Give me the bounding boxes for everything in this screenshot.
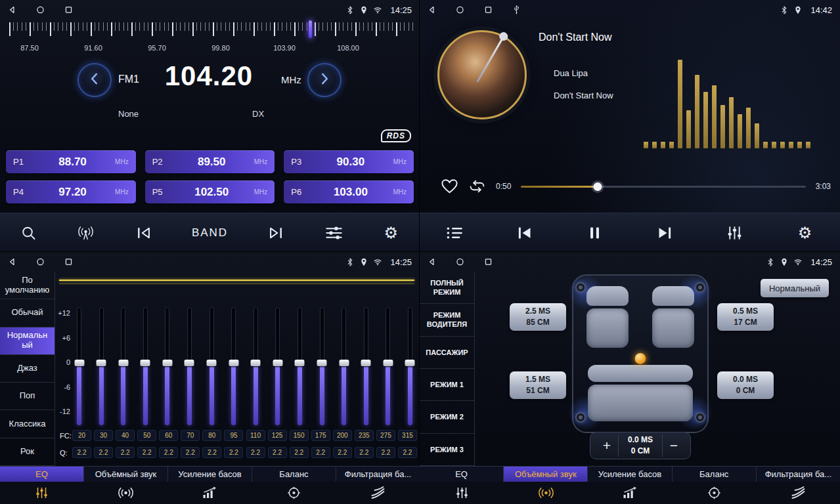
nav-home-icon[interactable]	[36, 5, 45, 14]
eq-preset-item[interactable]: Обычай	[0, 299, 55, 327]
eq-band-slider[interactable]	[140, 307, 151, 425]
band-button[interactable]: BAND	[192, 226, 228, 240]
crossover-icon[interactable]	[336, 486, 420, 499]
search-icon[interactable]	[20, 225, 37, 241]
eq-slider-handle[interactable]	[162, 360, 172, 366]
surround-mode-item[interactable]: РЕЖИМ 2	[420, 401, 474, 433]
bass-boost-icon[interactable]	[168, 486, 252, 499]
eq-slider-handle[interactable]	[185, 360, 194, 366]
audio-tab-crossover[interactable]: Фильтрация ба...	[336, 467, 420, 482]
audio-tab-bass-boost[interactable]: Усиление басов	[168, 467, 252, 482]
playlist-icon[interactable]	[446, 225, 464, 241]
nav-recents-icon[interactable]	[484, 257, 493, 266]
eq-slider-handle[interactable]	[383, 360, 393, 366]
crossover-icon[interactable]	[756, 486, 840, 499]
eq-band-slider[interactable]	[184, 307, 195, 425]
preset-button[interactable]: P289.50MHz	[145, 150, 275, 173]
nav-back-icon[interactable]	[428, 257, 436, 266]
settings-gear-icon[interactable]: ⚙	[382, 225, 400, 241]
eq-band-slider[interactable]	[382, 307, 393, 425]
eq-slider-handle[interactable]	[74, 360, 84, 366]
eq-preset-item[interactable]: Рок	[0, 438, 55, 466]
eq-band-slider[interactable]	[74, 307, 85, 425]
eq-band-slider[interactable]	[294, 307, 305, 425]
speaker-delay-fr[interactable]: 0.5 MS17 CM	[717, 303, 774, 331]
audio-tab-bass-boost[interactable]: Усиление басов	[588, 467, 672, 482]
eq-slider-handle[interactable]	[295, 360, 305, 366]
eq-slider-handle[interactable]	[339, 360, 349, 366]
audio-settings-icon[interactable]	[325, 225, 343, 241]
speaker-delay-rl[interactable]: 1.5 MS51 CM	[510, 371, 566, 399]
eq-band-slider[interactable]	[361, 307, 372, 425]
eq-preset-item[interactable]: Нормальный	[0, 327, 55, 355]
speaker-delay-fl[interactable]: 2.5 MS85 CM	[510, 303, 566, 331]
eq-band-slider[interactable]	[250, 307, 261, 425]
nav-back-icon[interactable]	[8, 257, 16, 266]
audio-tab-eq[interactable]: EQ	[0, 467, 84, 482]
audio-tab-balance[interactable]: Баланс	[252, 467, 336, 482]
eq-band-slider[interactable]	[206, 307, 217, 425]
eq-slider-handle[interactable]	[141, 360, 150, 366]
audio-tab-surround[interactable]: Объёмный звук	[84, 467, 168, 482]
eq-slider-handle[interactable]	[273, 360, 282, 366]
eq-band-slider[interactable]	[317, 307, 328, 425]
audio-tab-surround[interactable]: Объёмный звук	[504, 467, 588, 482]
eq-band-slider[interactable]	[162, 307, 173, 425]
balance-icon[interactable]	[252, 486, 336, 499]
previous-station-button[interactable]	[135, 225, 152, 241]
seek-knob[interactable]	[594, 182, 602, 191]
eq-slider-handle[interactable]	[207, 360, 217, 366]
eq-slider-handle[interactable]	[361, 360, 371, 366]
tune-down-button[interactable]	[77, 63, 112, 97]
nav-recents-icon[interactable]	[484, 5, 493, 14]
eq-sliders-icon[interactable]	[0, 486, 84, 499]
preset-button[interactable]: P6103.00MHz	[284, 180, 414, 203]
eq-slider-handle[interactable]	[405, 360, 415, 366]
preset-button[interactable]: P5102.50MHz	[145, 180, 275, 203]
audio-tab-eq[interactable]: EQ	[420, 467, 504, 482]
surround-preset-button[interactable]: Нормальный	[761, 279, 829, 297]
eq-band-slider[interactable]	[228, 307, 239, 425]
mixer-icon[interactable]	[726, 225, 743, 241]
radio-broadcast-icon[interactable]	[77, 225, 95, 241]
preset-button[interactable]: P188.70MHz	[6, 150, 136, 173]
nav-home-icon[interactable]	[36, 257, 45, 266]
eq-preset-item[interactable]: По умолчанию	[0, 272, 55, 299]
eq-band-slider[interactable]	[272, 307, 283, 425]
surround-sound-icon[interactable]	[504, 486, 588, 499]
nav-back-icon[interactable]	[428, 5, 436, 14]
eq-slider-handle[interactable]	[317, 360, 327, 366]
eq-sliders-icon[interactable]	[420, 486, 504, 499]
settings-gear-icon[interactable]: ⚙	[796, 225, 814, 241]
eq-preset-item[interactable]: Поп	[0, 383, 55, 410]
delay-increase-button[interactable]: +	[596, 432, 618, 459]
preset-button[interactable]: P497.20MHz	[6, 180, 136, 203]
favorite-heart-icon[interactable]	[441, 178, 458, 194]
audio-tab-crossover[interactable]: Фильтрация ба...	[757, 467, 840, 482]
eq-band-slider[interactable]	[338, 307, 349, 425]
surround-mode-item[interactable]: ПАССАЖИР	[420, 337, 474, 369]
tune-up-button[interactable]	[307, 63, 342, 97]
audio-tab-balance[interactable]: Баланс	[673, 467, 757, 482]
nav-recents-icon[interactable]	[64, 5, 73, 14]
delay-decrease-button[interactable]: −	[663, 432, 685, 459]
eq-preset-item[interactable]: Классика	[0, 410, 55, 438]
pause-button[interactable]	[586, 225, 604, 241]
eq-band-slider[interactable]	[118, 307, 129, 425]
previous-track-button[interactable]	[516, 225, 533, 241]
surround-mode-item[interactable]: РЕЖИМ 1	[420, 369, 474, 401]
repeat-icon[interactable]	[468, 178, 486, 194]
surround-mode-item[interactable]: РЕЖИМ 3	[420, 434, 474, 466]
preset-button[interactable]: P390.30MHz	[284, 150, 414, 173]
surround-mode-item[interactable]: РЕЖИМ ВОДИТЕЛЯ	[420, 304, 474, 336]
seek-bar[interactable]	[521, 181, 805, 192]
nav-home-icon[interactable]	[456, 5, 464, 14]
eq-slider-handle[interactable]	[229, 360, 238, 366]
eq-band-slider[interactable]	[96, 307, 107, 425]
eq-band-slider[interactable]	[405, 307, 416, 425]
balance-icon[interactable]	[672, 486, 756, 499]
eq-slider-handle[interactable]	[251, 360, 261, 366]
bass-boost-icon[interactable]	[588, 486, 672, 499]
speaker-delay-rr[interactable]: 0.0 MS0 CM	[717, 371, 774, 399]
next-track-button[interactable]	[656, 225, 674, 241]
